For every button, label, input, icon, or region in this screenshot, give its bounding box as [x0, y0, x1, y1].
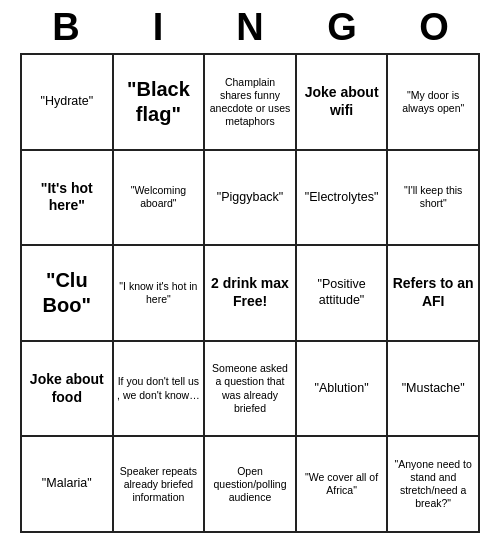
bingo-cell: 2 drink max Free!	[204, 245, 296, 341]
bingo-cell: "Piggyback"	[204, 150, 296, 246]
bingo-cell: "Positive attitude"	[296, 245, 388, 341]
bingo-cell: "Anyone need to stand and stretch/need a…	[387, 436, 479, 532]
bingo-cell: "Hydrate"	[21, 54, 113, 150]
bingo-cell: "I know it's hot in here"	[113, 245, 205, 341]
bingo-letter: B	[24, 6, 108, 49]
bingo-cell: Someone asked a question that was alread…	[204, 341, 296, 437]
bingo-cell: Refers to an AFI	[387, 245, 479, 341]
bingo-letter: G	[300, 6, 384, 49]
bingo-cell: "Black flag"	[113, 54, 205, 150]
bingo-cell: "Ablution"	[296, 341, 388, 437]
bingo-cell: "I'll keep this short"	[387, 150, 479, 246]
bingo-cell: Champlain shares funny anecdote or uses …	[204, 54, 296, 150]
bingo-cell: Speaker repeats already briefed informat…	[113, 436, 205, 532]
bingo-cell: "My door is always open"	[387, 54, 479, 150]
bingo-letter: I	[116, 6, 200, 49]
bingo-letter: O	[392, 6, 476, 49]
bingo-grid: "Hydrate""Black flag"Champlain shares fu…	[20, 53, 480, 533]
bingo-cell: Joke about wifi	[296, 54, 388, 150]
bingo-cell: "Mustache"	[387, 341, 479, 437]
bingo-letter: N	[208, 6, 292, 49]
bingo-cell: "Welcoming aboard"	[113, 150, 205, 246]
bingo-cell: "We cover all of Africa"	[296, 436, 388, 532]
bingo-cell: Open question/polling audience	[204, 436, 296, 532]
bingo-cell: "Electrolytes"	[296, 150, 388, 246]
bingo-cell: "Malaria"	[21, 436, 113, 532]
bingo-cell: "Clu Boo"	[21, 245, 113, 341]
bingo-cell: Joke about food	[21, 341, 113, 437]
bingo-cell: If you don't tell us , we don't know…	[113, 341, 205, 437]
bingo-cell: "It's hot here"	[21, 150, 113, 246]
bingo-header: BINGO	[20, 0, 480, 53]
